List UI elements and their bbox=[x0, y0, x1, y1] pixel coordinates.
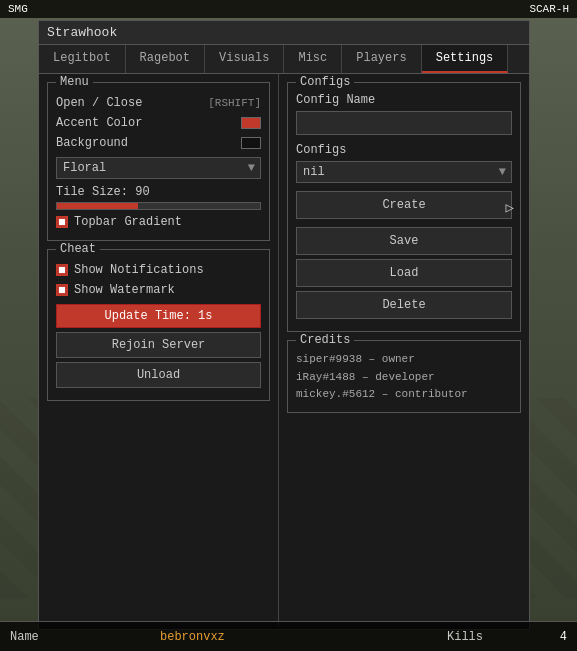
tab-ragebot[interactable]: Ragebot bbox=[126, 45, 205, 73]
main-window: Strawhook Legitbot Ragebot Visuals Misc … bbox=[38, 20, 530, 630]
create-button[interactable]: Create bbox=[296, 191, 512, 219]
topbar-gradient-checkbox[interactable] bbox=[56, 216, 68, 228]
delete-button[interactable]: Delete bbox=[296, 291, 512, 319]
tile-size-fill bbox=[57, 203, 138, 209]
credits-section: Credits siper#9938 – owner iRay#1488 – d… bbox=[287, 340, 521, 413]
config-name-input[interactable] bbox=[296, 111, 512, 135]
menu-section-label: Menu bbox=[56, 75, 93, 89]
nav-tabs: Legitbot Ragebot Visuals Misc Players Se… bbox=[39, 45, 529, 74]
tab-misc[interactable]: Misc bbox=[284, 45, 342, 73]
cursor-arrow-icon: ▷ bbox=[506, 199, 514, 216]
background-style-dropdown-wrapper: Floral None Dots Grid ▼ bbox=[56, 157, 261, 179]
cheat-section: Cheat Show Notifications Show Watermark bbox=[47, 249, 270, 401]
content-area: Menu Open / Close [RSHIFT] Accent Color bbox=[39, 74, 529, 626]
window-title: Strawhook bbox=[39, 21, 529, 45]
topbar-gradient-label: Topbar Gradient bbox=[74, 215, 182, 229]
open-close-keybind: [RSHIFT] bbox=[208, 97, 261, 109]
credits-line-2: iRay#1488 – developer bbox=[296, 369, 512, 387]
right-panel: Configs Config Name Configs nil ▼ bbox=[279, 74, 529, 626]
tab-players[interactable]: Players bbox=[342, 45, 421, 73]
hud-weapon-left: SMG bbox=[8, 3, 28, 15]
show-watermark-row: Show Watermark bbox=[56, 280, 261, 300]
tile-size-slider[interactable] bbox=[56, 202, 261, 210]
tile-size-row: Tile Size: 90 bbox=[56, 183, 261, 212]
left-panel: Menu Open / Close [RSHIFT] Accent Color bbox=[39, 74, 279, 626]
save-button[interactable]: Save bbox=[296, 227, 512, 255]
open-close-label: Open / Close bbox=[56, 96, 142, 110]
bottom-col-kills: Kills bbox=[447, 630, 527, 644]
tab-legitbot[interactable]: Legitbot bbox=[39, 45, 126, 73]
configs-label: Configs bbox=[296, 143, 512, 157]
bottom-bar: Name bebronvxz Kills 4 bbox=[0, 621, 577, 651]
credits-line-1: siper#9938 – owner bbox=[296, 351, 512, 369]
load-button[interactable]: Load bbox=[296, 259, 512, 287]
background-row: Background bbox=[56, 133, 261, 153]
background-style-row: Floral None Dots Grid ▼ bbox=[56, 157, 261, 179]
top-hud: SMG SCAR-H bbox=[0, 0, 577, 18]
credits-label: Credits bbox=[296, 333, 354, 347]
bottom-col-kills-val: 4 bbox=[527, 630, 567, 644]
configs-section: Configs Config Name Configs nil ▼ bbox=[287, 82, 521, 332]
configs-dropdown[interactable]: nil bbox=[296, 161, 512, 183]
show-notifications-checkbox[interactable] bbox=[56, 264, 68, 276]
rejoin-server-button[interactable]: Rejoin Server bbox=[56, 332, 261, 358]
update-time-bar[interactable]: Update Time: 1s bbox=[56, 304, 261, 328]
show-watermark-label: Show Watermark bbox=[74, 283, 175, 297]
configs-dropdown-wrapper: nil ▼ bbox=[296, 161, 512, 183]
accent-color-row: Accent Color bbox=[56, 113, 261, 133]
tab-settings[interactable]: Settings bbox=[422, 45, 509, 73]
background-color-swatch[interactable] bbox=[241, 137, 261, 149]
config-name-label: Config Name bbox=[296, 93, 512, 107]
background-label: Background bbox=[56, 136, 128, 150]
tile-size-label: Tile Size: 90 bbox=[56, 185, 261, 199]
hud-weapon-right: SCAR-H bbox=[529, 3, 569, 15]
tab-visuals[interactable]: Visuals bbox=[205, 45, 284, 73]
unload-button[interactable]: Unload bbox=[56, 362, 261, 388]
topbar-gradient-row: Topbar Gradient bbox=[56, 212, 261, 232]
credits-content: siper#9938 – owner iRay#1488 – developer… bbox=[288, 341, 520, 412]
accent-color-swatch[interactable] bbox=[241, 117, 261, 129]
bottom-col-username: bebronvxz bbox=[160, 630, 447, 644]
background-style-dropdown[interactable]: Floral None Dots Grid bbox=[56, 157, 261, 179]
bottom-col-name: Name bbox=[10, 630, 160, 644]
menu-section: Menu Open / Close [RSHIFT] Accent Color bbox=[47, 82, 270, 241]
show-notifications-label: Show Notifications bbox=[74, 263, 204, 277]
open-close-row: Open / Close [RSHIFT] bbox=[56, 93, 261, 113]
configs-section-label: Configs bbox=[296, 75, 354, 89]
credits-line-3: mickey.#5612 – contributor bbox=[296, 386, 512, 404]
update-time-wrapper: Update Time: 1s bbox=[56, 304, 261, 328]
show-notifications-row: Show Notifications bbox=[56, 260, 261, 280]
cheat-section-label: Cheat bbox=[56, 242, 100, 256]
accent-color-label: Accent Color bbox=[56, 116, 142, 130]
show-watermark-checkbox[interactable] bbox=[56, 284, 68, 296]
